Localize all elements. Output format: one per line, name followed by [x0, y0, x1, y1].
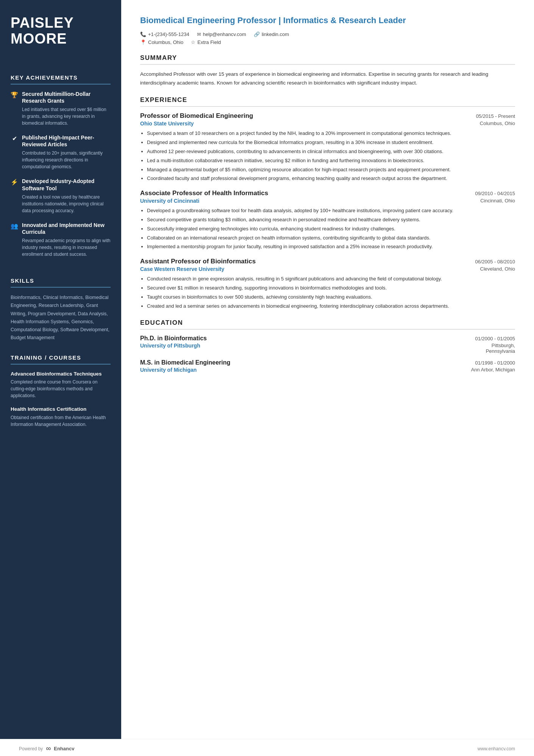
- contact-extra: ☆ Extra Field: [191, 39, 221, 45]
- exp-dates-1: 05/2015 - Present: [476, 113, 515, 119]
- email-icon: ✉: [197, 31, 201, 37]
- exp-dates-2: 09/2010 - 04/2015: [475, 191, 515, 196]
- candidate-name: PAISLEY MOORE: [11, 15, 111, 47]
- footer-left: Powered by ∞ Enhancv: [19, 745, 74, 753]
- training-desc: Obtained certification from the American…: [11, 414, 111, 428]
- achievement-desc: Led initiatives that secured over $6 mil…: [11, 106, 111, 127]
- achievement-icon-people: 👥: [11, 222, 18, 230]
- exp-location-2: Cincinnati, Ohio: [480, 198, 515, 204]
- training-list: Advanced Bioinformatics Techniques Compl…: [11, 371, 111, 435]
- bullet: Managed a departmental budget of $5 mill…: [147, 166, 515, 174]
- exp-bullets-2: Developed a groundbreaking software tool…: [140, 207, 515, 251]
- bullet: Led a multi-institution collaborative re…: [147, 157, 515, 165]
- achievement-item: 👥 Innovated and Implemented New Curricul…: [11, 222, 111, 258]
- contact-email: ✉ help@enhancv.com: [197, 31, 246, 37]
- training-item: Health Informatics Certification Obtaine…: [11, 406, 111, 428]
- bullet: Created and led a seminar series on adva…: [147, 302, 515, 310]
- exp-org-3: Case Western Reserve University: [140, 266, 224, 272]
- summary-divider: [140, 64, 515, 65]
- achievement-title: Published High-Impact Peer-Reviewed Arti…: [22, 134, 111, 148]
- skills-section-title: SKILLS: [11, 277, 111, 284]
- education-section-title: EDUCATION: [140, 319, 515, 327]
- bullet: Developed a groundbreaking software tool…: [147, 207, 515, 215]
- bullet: Coordinated faculty and staff profession…: [147, 175, 515, 183]
- contact-location: 📍 Columbus, Ohio: [140, 39, 183, 45]
- experience-item-3: Assistant Professor of Bioinformatics 06…: [140, 258, 515, 310]
- achievement-title: Innovated and Implemented New Curricula: [22, 222, 111, 235]
- bullet: Conducted research in gene expression an…: [147, 275, 515, 283]
- edu-dates-1: 01/2000 - 01/2005: [475, 336, 515, 341]
- edu-org-2: University of Michigan: [140, 367, 197, 373]
- exp-title-3: Assistant Professor of Bioinformatics: [140, 258, 256, 265]
- footer-powered-by: Powered by: [19, 746, 43, 751]
- edu-degree-2: M.S. in Biomedical Engineering: [140, 359, 230, 366]
- edu-org-1: University of Pittsburgh: [140, 343, 200, 354]
- summary-text: Accomplished Professor with over 15 year…: [140, 70, 515, 88]
- footer-website: www.enhancv.com: [478, 746, 515, 751]
- star-icon: ☆: [191, 39, 195, 45]
- contact-phone: 📞 +1-(234)-555-1234: [140, 31, 189, 37]
- training-item: Advanced Bioinformatics Techniques Compl…: [11, 371, 111, 399]
- education-item-1: Ph.D. in Bioinformatics 01/2000 - 01/200…: [140, 335, 515, 354]
- location-icon: 📍: [140, 39, 146, 45]
- bullet: Secured competitive grants totaling $3 m…: [147, 216, 515, 224]
- bullet: Supervised a team of 10 researchers on a…: [147, 130, 515, 138]
- achievement-icon-check: ✔: [11, 135, 18, 142]
- achievement-item: 🏆 Secured Multimillion-Dollar Research G…: [11, 91, 111, 127]
- achievement-icon-trophy: 🏆: [11, 91, 18, 99]
- summary-section-title: SUMMARY: [140, 54, 515, 62]
- achievement-desc: Contributed to 20+ journals, significant…: [11, 150, 111, 170]
- edu-dates-2: 01/1998 - 01/2000: [475, 360, 515, 366]
- footer: Powered by ∞ Enhancv www.enhancv.com: [0, 739, 534, 756]
- exp-dates-3: 06/2005 - 08/2010: [475, 259, 515, 265]
- achievement-item: ⚡ Developed Industry-Adopted Software To…: [11, 178, 111, 214]
- exp-title-1: Professor of Biomedical Engineering: [140, 112, 253, 120]
- bullet: Implemented a mentorship program for jun…: [147, 243, 515, 251]
- footer-logo: Enhancv: [54, 746, 74, 751]
- linkedin-icon: 🔗: [254, 31, 260, 37]
- exp-org-1: Ohio State University: [140, 121, 194, 127]
- training-section-title: TRAINING / COURSES: [11, 354, 111, 361]
- training-desc: Completed online course from Coursera on…: [11, 379, 111, 399]
- exp-title-2: Associate Professor of Health Informatic…: [140, 189, 268, 197]
- sidebar: PAISLEY MOORE KEY ACHIEVEMENTS 🏆 Secured…: [0, 0, 121, 739]
- achievement-title: Secured Multimillion-Dollar Research Gra…: [22, 91, 111, 104]
- achievement-title: Developed Industry-Adopted Software Tool: [22, 178, 111, 191]
- bullet: Collaborated on an international researc…: [147, 234, 515, 242]
- education-item-2: M.S. in Biomedical Engineering 01/1998 -…: [140, 359, 515, 373]
- contact-row-2: 📍 Columbus, Ohio ☆ Extra Field: [140, 39, 515, 45]
- achievement-item: ✔ Published High-Impact Peer-Reviewed Ar…: [11, 134, 111, 170]
- phone-icon: 📞: [140, 31, 146, 37]
- exp-org-2: University of Cincinnati: [140, 198, 199, 204]
- main-content: Biomedical Engineering Professor | Infor…: [121, 0, 534, 739]
- contact-row-1: 📞 +1-(234)-555-1234 ✉ help@enhancv.com 🔗…: [140, 31, 515, 37]
- bullet: Designed and implemented new curricula f…: [147, 139, 515, 147]
- bullet: Taught courses in bioinformatics to over…: [147, 293, 515, 301]
- experience-item-1: Professor of Biomedical Engineering 05/2…: [140, 112, 515, 183]
- bullet: Successfully integrated emerging technol…: [147, 225, 515, 233]
- bullet: Secured over $1 million in research fund…: [147, 284, 515, 292]
- edu-location-2: Ann Arbor, Michigan: [471, 367, 515, 373]
- bullet: Authored 12 peer-reviewed publications, …: [147, 148, 515, 156]
- achievement-icon-lightning: ⚡: [11, 178, 18, 186]
- exp-bullets-1: Supervised a team of 10 researchers on a…: [140, 130, 515, 183]
- exp-location-3: Cleveland, Ohio: [480, 266, 515, 272]
- training-divider: [11, 364, 111, 365]
- achievements-divider: [11, 84, 111, 85]
- exp-bullets-3: Conducted research in gene expression an…: [140, 275, 515, 310]
- experience-section-title: EXPERIENCE: [140, 96, 515, 104]
- achievement-desc: Revamped academic programs to align with…: [11, 237, 111, 258]
- training-title: Health Informatics Certification: [11, 406, 111, 413]
- edu-location-1: Pittsburgh,Pennsylvania: [486, 343, 515, 354]
- achievements-list: 🏆 Secured Multimillion-Dollar Research G…: [11, 91, 111, 266]
- experience-divider: [140, 106, 515, 107]
- main-title: Biomedical Engineering Professor | Infor…: [140, 15, 515, 26]
- training-title: Advanced Bioinformatics Techniques: [11, 371, 111, 377]
- achievements-section-title: KEY ACHIEVEMENTS: [11, 74, 111, 81]
- experience-item-2: Associate Professor of Health Informatic…: [140, 189, 515, 251]
- contact-linkedin: 🔗 linkedin.com: [254, 31, 289, 37]
- skills-divider: [11, 287, 111, 288]
- edu-degree-1: Ph.D. in Bioinformatics: [140, 335, 207, 342]
- achievement-desc: Created a tool now used by healthcare in…: [11, 194, 111, 214]
- exp-location-1: Columbus, Ohio: [480, 121, 515, 127]
